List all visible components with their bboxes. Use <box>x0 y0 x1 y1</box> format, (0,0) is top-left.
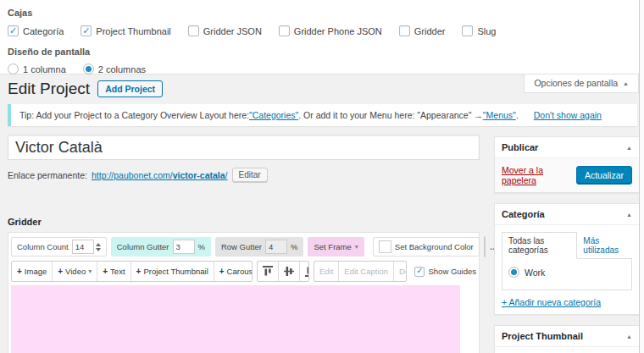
update-button[interactable]: Actualizar <box>576 166 632 185</box>
add-project-button[interactable]: Add Project <box>97 80 163 97</box>
checkbox-icon[interactable] <box>462 25 473 36</box>
checkbox-icon[interactable] <box>399 25 410 36</box>
add-new-category-link[interactable]: + Añadir nueva categoría <box>502 297 601 307</box>
align-bottom-button[interactable] <box>300 262 309 281</box>
tab-most-used[interactable]: Más utilizadas <box>577 233 632 258</box>
checkbox-gridder[interactable]: Gridder <box>399 25 446 36</box>
monitor-icon <box>485 241 486 253</box>
page-header: Edit Project Add Project <box>8 80 163 98</box>
plus-icon: + <box>17 267 22 276</box>
checkbox-gridder-json[interactable]: Gridder JSON <box>188 25 262 36</box>
radio-icon[interactable] <box>508 267 519 278</box>
checkbox-icon[interactable] <box>279 25 290 36</box>
edit-permalink-button[interactable]: Editar <box>232 168 268 182</box>
dont-show-again-link[interactable]: Don't show again <box>534 110 602 120</box>
column-gutter-input[interactable] <box>173 240 195 254</box>
device-toggle-group <box>484 236 486 257</box>
percent-label: % <box>291 242 297 251</box>
radio-icon[interactable] <box>8 63 19 74</box>
screen-options-panel: Cajas Categoría Project Thumbnail Gridde… <box>0 0 639 74</box>
stepper-icon[interactable] <box>96 243 101 251</box>
row-gutter-group: Row Gutter % <box>215 237 304 256</box>
gridder-canvas[interactable] <box>11 285 460 353</box>
add-carousel-button[interactable]: + Carousel <box>214 262 253 281</box>
menus-link[interactable]: "Menus" <box>483 110 516 120</box>
radio-1-column[interactable]: 1 columna <box>8 63 66 74</box>
checkbox-categoria[interactable]: Categoría <box>8 25 64 36</box>
boxes-checkbox-row: Categoría Project Thumbnail Gridder JSON… <box>8 25 639 36</box>
publish-metabox-header[interactable]: Publicar ▲ <box>495 137 639 158</box>
category-tabs: Todas las categorías Más utilizadas <box>502 232 632 258</box>
chevron-down-icon: ▾ <box>88 268 92 275</box>
checkbox-gridder-phone-json[interactable]: Gridder Phone JSON <box>279 25 382 36</box>
align-middle-button[interactable] <box>279 262 300 281</box>
delete-button[interactable]: Delete <box>394 262 407 281</box>
plus-icon: + <box>58 267 63 276</box>
project-thumbnail-body: Victor Català Cinematographer www.victor… <box>495 347 639 353</box>
category-item-work[interactable]: Work <box>508 267 625 278</box>
tab-all-categories[interactable]: Todas las categorías <box>502 232 577 259</box>
collapse-arrow-icon[interactable]: ▲ <box>626 145 632 151</box>
checkbox-icon[interactable] <box>414 267 425 277</box>
project-thumbnail-header[interactable]: Project Thumbnail ▲ <box>495 326 639 347</box>
align-top-icon <box>263 266 273 277</box>
edit-caption-button[interactable]: Edit Caption <box>339 262 394 281</box>
plus-icon: + <box>103 267 108 276</box>
radio-icon[interactable] <box>83 63 94 74</box>
publish-metabox: Publicar ▲ Mover a la papelera Actualiza… <box>494 136 640 193</box>
collapse-arrow-icon: ▲ <box>623 80 629 86</box>
collapse-arrow-icon[interactable]: ▲ <box>626 212 632 218</box>
categories-link[interactable]: "Categories" <box>249 110 298 120</box>
tip-notice: Tip: Add your Project to a Category Over… <box>8 104 637 126</box>
page-title: Edit Project <box>8 80 90 98</box>
screen-options-toggle[interactable]: Opciones de pantalla ▲ <box>524 74 639 93</box>
permalink-label: Enlace permanente: <box>8 170 87 180</box>
chevron-down-icon: ▾ <box>355 243 358 251</box>
tip-text: Tip: Add your Project to a Category Over… <box>19 110 249 120</box>
edit-button[interactable]: Edit <box>314 262 339 281</box>
project-thumbnail-metabox: Project Thumbnail ▲ Victor Català Cinema… <box>494 325 640 353</box>
color-swatch <box>379 240 391 253</box>
column-gutter-label: Column Gutter <box>117 242 169 251</box>
add-element-group: + Image + Video ▾ + Text + Project Thumb… <box>11 261 253 282</box>
move-to-trash-link[interactable]: Mover a la papelera <box>502 165 576 185</box>
align-top-button[interactable] <box>258 262 279 281</box>
post-title-input[interactable] <box>8 135 480 160</box>
publish-actions: Mover a la papelera Actualizar <box>495 158 639 192</box>
plus-icon: + <box>219 267 225 276</box>
category-metabox-body: Todas las categorías Más utilizadas Work… <box>495 225 639 314</box>
gridder-actions-toolbar: + Image + Video ▾ + Text + Project Thumb… <box>11 261 476 282</box>
align-bottom-icon <box>305 266 309 277</box>
window-right-edge <box>639 0 644 353</box>
sidebar: Publicar ▲ Mover a la papelera Actualiza… <box>494 136 640 353</box>
row-gutter-label: Row Gutter <box>221 242 262 251</box>
checkbox-icon[interactable] <box>188 25 199 36</box>
add-image-button[interactable]: + Image <box>12 262 53 281</box>
column-count-input[interactable] <box>72 240 94 254</box>
tip-text: . <box>516 110 519 120</box>
checkbox-icon[interactable] <box>8 25 19 36</box>
desktop-view-button[interactable] <box>485 237 486 256</box>
category-list: Work <box>502 258 632 290</box>
add-text-button[interactable]: + Text <box>97 262 130 281</box>
add-project-thumbnail-button[interactable]: + Project Thumbnail <box>131 262 214 281</box>
checkbox-slug[interactable]: Slug <box>462 25 496 36</box>
layout-radio-row: 1 columna 2 columnas <box>8 63 639 74</box>
collapse-arrow-icon[interactable]: ▲ <box>626 334 632 339</box>
category-metabox: Categoría ▲ Todas las categorías Más uti… <box>494 203 640 315</box>
category-metabox-header[interactable]: Categoría ▲ <box>495 204 639 225</box>
column-count-label: Column Count <box>17 242 69 251</box>
show-guides-toggle[interactable]: Show Guides <box>414 267 476 277</box>
row-gutter-input[interactable] <box>265 240 287 254</box>
checkbox-icon[interactable] <box>80 25 92 36</box>
checkbox-project-thumbnail[interactable]: Project Thumbnail <box>80 25 170 36</box>
set-frame-button[interactable]: Set Frame ▾ <box>308 237 364 256</box>
gridder-metabox-title: Gridder <box>8 217 42 227</box>
percent-label: % <box>198 242 205 251</box>
plus-icon: + <box>136 267 142 276</box>
permalink-link[interactable]: http://paubonet.com/victor-catala/ <box>92 170 228 180</box>
add-video-button[interactable]: + Video ▾ <box>53 262 97 281</box>
radio-2-columns[interactable]: 2 columnas <box>83 63 146 74</box>
set-background-color-button[interactable]: Set Background Color <box>373 237 480 256</box>
tip-text: . Or add it to your Menu here: "Appearan… <box>298 110 483 120</box>
